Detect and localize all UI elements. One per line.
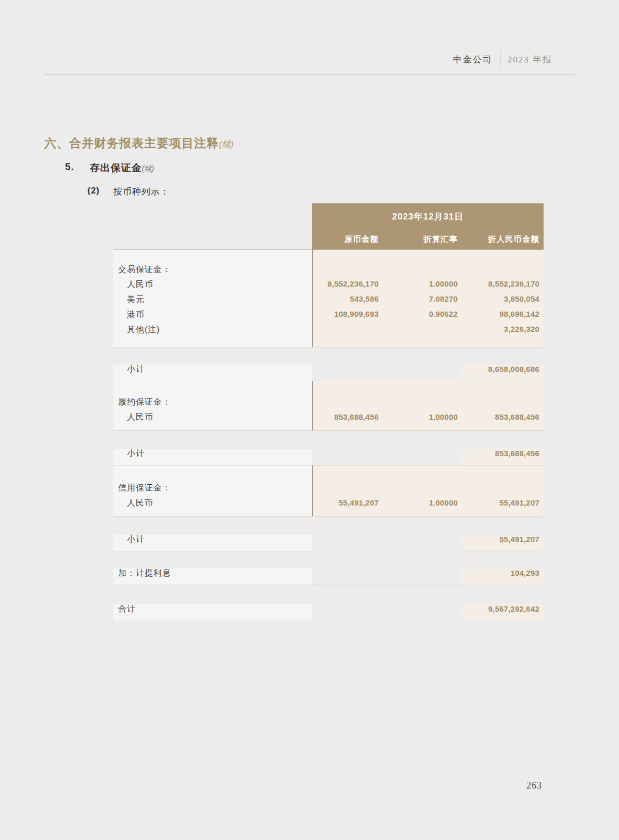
table-row-subtotal-credit: 小计 55,491,207 — [113, 516, 544, 551]
cell-exchange-rate: 1.00000 — [383, 276, 462, 291]
report-page: 中金公司 2023 年报 六、合并财务报表主要项目注释(续) 5. 存出保证金(… — [0, 0, 619, 840]
row-label: 人民币 — [113, 409, 312, 424]
table-row-subtotal-trading: 小计 8,658,008,686 — [113, 347, 544, 381]
cell-rmb-amount: 853,688,456 — [462, 409, 544, 424]
col-header-exchange-rate: 折算汇率 — [383, 234, 462, 245]
table-row-group-trading: 交易保证金： 人民币 美元 港币 其他(注) 8,552,236,170 543… — [113, 250, 544, 347]
cell-rmb-amount: 98,696,142 — [462, 306, 544, 321]
col-header-original-amount: 原币金额 — [312, 234, 383, 245]
row-label-total: 合计 — [113, 604, 136, 621]
cell-exchange-rate: 1.00000 — [383, 409, 462, 424]
section-title: 存出保证金(续) — [90, 161, 154, 175]
cell-exchange-rate: 1.00000 — [383, 495, 462, 510]
cell-rmb-amount: 55,491,207 — [462, 495, 544, 510]
row-label: 人民币 — [113, 277, 312, 292]
cell-original-amount: 8,552,236,170 — [313, 276, 383, 291]
table-header-columns: 原币金额 折算汇率 折人民币金额 — [312, 234, 544, 245]
row-label: 人民币 — [113, 495, 312, 510]
cell-rmb-amount: 55,491,207 — [499, 535, 544, 551]
col-header-rmb-amount: 折人民币金额 — [462, 234, 544, 245]
table-row-group-credit: 信用保证金： 人民币 55,491,207 1.00000 — [113, 466, 544, 516]
row-label: 美元 — [113, 292, 312, 307]
table-header: 2023年12月31日 原币金额 折算汇率 折人民币金额 — [312, 203, 544, 250]
masthead-rule — [44, 74, 575, 74]
cell-original-amount: 853,688,456 — [313, 409, 383, 424]
currency-breakdown-table: 2023年12月31日 原币金额 折算汇率 折人民币金额 交易保证金： 人民币 … — [113, 203, 544, 621]
chapter-heading-text: 六、合并财务报表主要项目注释 — [44, 136, 219, 150]
cell-original-amount — [313, 321, 383, 337]
company-name: 中金公司 — [453, 54, 493, 66]
row-label-subtotal: 小计 — [113, 535, 145, 551]
table-row-accrued-interest: 加：计提利息 104,293 — [113, 551, 544, 585]
table-body: 交易保证金： 人民币 美元 港币 其他(注) 8,552,236,170 543… — [113, 250, 544, 621]
section-number: 5. — [65, 161, 74, 175]
section-title-text: 存出保证金 — [90, 162, 142, 173]
row-label-subtotal: 小计 — [113, 365, 145, 381]
table-header-date: 2023年12月31日 — [312, 211, 544, 223]
row-label-group-title: 履约保证金： — [113, 394, 312, 409]
chapter-heading-continued: (续) — [219, 139, 234, 149]
row-label-subtotal: 小计 — [113, 449, 145, 465]
cell-original-amount: 55,491,207 — [313, 495, 383, 510]
cell-rmb-amount: 3,850,054 — [462, 291, 544, 306]
subsection-title: 按币种列示： — [113, 186, 170, 198]
cell-rmb-amount: 9,567,292,642 — [488, 604, 544, 621]
table-row-subtotal-performance: 小计 853,688,456 — [113, 431, 544, 466]
subsection-heading: (2) 按币种列示： — [87, 186, 170, 198]
table-row-group-performance: 履约保证金： 人民币 853,688,456 1.00000 — [113, 381, 544, 431]
chapter-heading: 六、合并财务报表主要项目注释(续) — [44, 135, 234, 151]
cell-rmb-amount: 8,552,236,170 — [462, 276, 544, 291]
row-label-group-title: 交易保证金： — [113, 262, 312, 277]
cell-rmb-amount: 104,293 — [510, 568, 544, 585]
page-number: 263 — [526, 780, 542, 791]
cell-original-amount: 108,909,693 — [313, 306, 383, 321]
row-label: 其他(注) — [113, 322, 312, 337]
row-label: 港币 — [113, 307, 312, 322]
cell-exchange-rate: 7.08270 — [383, 291, 462, 306]
masthead: 中金公司 2023 年报 — [453, 49, 552, 69]
cell-exchange-rate — [383, 321, 462, 337]
cell-rmb-amount: 8,658,008,686 — [488, 365, 544, 381]
row-label-group-title: 信用保证金： — [113, 480, 312, 495]
cell-rmb-amount: 3,226,320 — [462, 321, 544, 337]
row-label: 加：计提利息 — [113, 568, 171, 585]
cell-rmb-amount: 853,688,456 — [495, 449, 544, 465]
section-heading: 5. 存出保证金(续) — [65, 161, 154, 175]
subsection-number: (2) — [87, 186, 100, 198]
cell-exchange-rate: 0.90622 — [383, 306, 462, 321]
section-title-continued: (续) — [142, 164, 154, 173]
report-year: 2023 年报 — [508, 54, 552, 66]
table-row-grand-total: 合计 9,567,292,642 — [113, 585, 544, 621]
masthead-divider — [500, 49, 500, 69]
cell-original-amount: 543,586 — [313, 291, 383, 306]
